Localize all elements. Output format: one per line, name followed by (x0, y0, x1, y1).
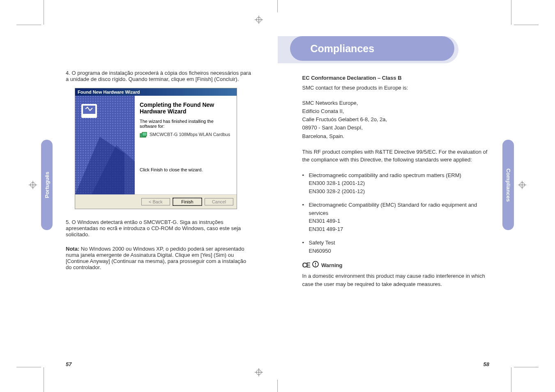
dialog-text: The wizard has finished installing the s… (140, 119, 232, 129)
finish-button[interactable]: Finish (173, 198, 202, 205)
addr-line: Edificio Conata II, (302, 107, 490, 115)
step-text: O Windows detectará então o SMCWCBT-G. S… (66, 219, 241, 238)
step-4: 4. O programa de instalação procederá à … (66, 70, 253, 82)
svg-point-24 (315, 265, 316, 266)
bullet-text: Electromagnetic compatibility and radio … (309, 172, 461, 178)
addr-line: Calle Fructuós Gelabert 6-8, 2o, 2a, (302, 115, 490, 124)
addr-line: Barcelona, Spain. (302, 132, 490, 141)
addr-line: SMC Networks Europe, (302, 99, 490, 107)
ce-mark-icon: C E (302, 261, 310, 270)
ec-subtitle: SMC contact for these products in Europe… (302, 84, 490, 92)
ec-title: EC Conformance Declaration – Class B (302, 74, 490, 82)
warning-label: Warning (321, 261, 343, 270)
step-number: 5. (66, 219, 70, 225)
svg-rect-21 (142, 132, 147, 136)
cancel-button[interactable]: Cancel (205, 198, 233, 205)
note-label: Nota: (66, 246, 79, 252)
device-name: SMCWCBT-G 108Mbps WLAN Cardbus (150, 132, 230, 137)
step-text: O programa de instalação procederá à cóp… (66, 70, 251, 82)
bullet-text: Electromagnetic Compatibility (EMC) Stan… (309, 202, 477, 216)
bullet-sub: EN300 328-2 (2001-12) (309, 187, 490, 196)
back-button[interactable]: < Back (141, 198, 170, 205)
dialog-heading: Completing the Found New Hardware Wizard (140, 101, 232, 115)
page-heading: Compliances (290, 36, 454, 61)
tab-compliances: Compliances (502, 140, 514, 230)
tab-portugues: Português (41, 140, 53, 230)
bullet-sub: EN301 489-1 (309, 217, 490, 225)
bullet-safety: Safety Test EN60950 (302, 239, 490, 255)
dialog-close-hint: Click Finish to close the wizard. (140, 167, 232, 172)
found-new-hardware-dialog: Found New Hardware Wizard Comp (75, 88, 237, 209)
dialog-title: Found New Hardware Wizard (75, 88, 237, 96)
note-block: Nota: No Windows 2000 ou Windows XP, o p… (66, 246, 253, 270)
note-text: No Windows 2000 ou Windows XP, o pedido … (66, 246, 246, 270)
step-number: 4. (66, 70, 70, 76)
addr-line: 08970 - Sant Joan Despí, (302, 124, 490, 132)
bullet-sub: EN300 328-1 (2001-12) (309, 179, 490, 187)
network-card-icon (140, 132, 147, 138)
bullet-text: Safety Test (309, 240, 335, 246)
rf-paragraph: This RF product complies with R&TTE Dire… (302, 148, 490, 164)
address-block: SMC Networks Europe, Edificio Conata II,… (302, 99, 490, 141)
page-number: 58 (484, 361, 489, 367)
warning-text: In a domestic environment this product m… (302, 272, 490, 288)
bullet-emc: Electromagnetic Compatibility (EMC) Stan… (302, 201, 490, 233)
bullet-sub: EN301 489-17 (309, 225, 490, 233)
step-5: 5. O Windows detectará então o SMCWCBT-G… (66, 219, 253, 238)
dialog-sidebar-graphic (75, 96, 135, 194)
warning-icon (312, 261, 319, 270)
page-number: 57 (66, 361, 71, 367)
bullet-erm: Electromagnetic compatibility and radio … (302, 171, 490, 196)
bullet-sub: EN60950 (309, 247, 490, 255)
